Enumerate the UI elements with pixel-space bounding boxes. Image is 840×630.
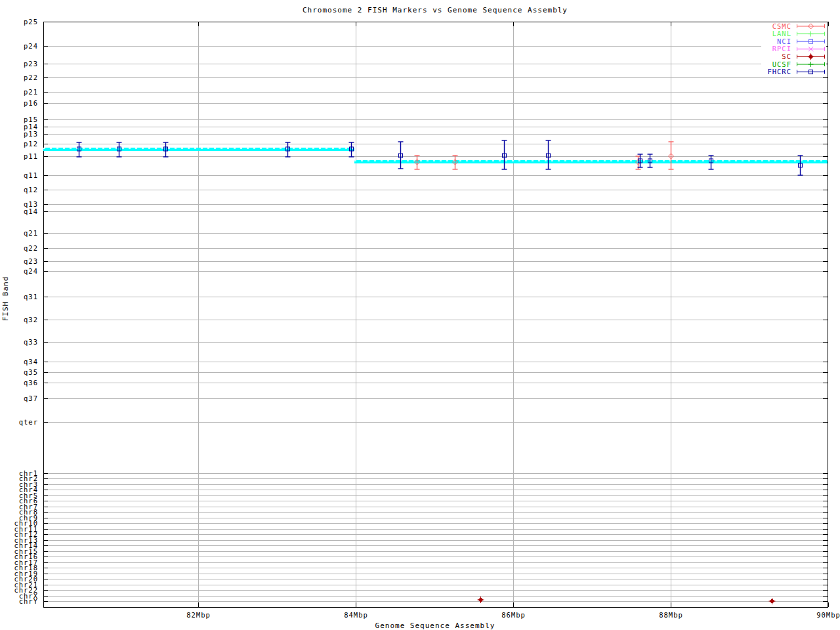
y-tick-label: q36 [24, 379, 38, 387]
y-tick-label: q33 [24, 338, 38, 346]
y-tick-label: p22 [24, 74, 38, 81]
y-tick-label: p24 [24, 42, 38, 50]
x-tick-label: 84Mbp [344, 611, 368, 619]
plot-border-and-ticks [43, 22, 829, 608]
chart: CSMCLANLNCIRPCISCUCSFFHCRC p25p24p23p22p… [0, 0, 840, 630]
legend-label: SC [782, 52, 791, 60]
y-tick-label: q12 [24, 186, 38, 194]
y-tick-label: q34 [24, 358, 38, 366]
x-tick-label: 90Mbp [816, 611, 840, 619]
y-tick-label: chrY [19, 597, 38, 605]
y-tick-label: q35 [24, 368, 38, 376]
y-tick-label: q21 [24, 229, 38, 237]
x-tick-label: 82Mbp [186, 611, 211, 619]
y-axis-title: FISH Band [1, 276, 10, 322]
plot-border [44, 22, 828, 608]
y-tick-label: q11 [24, 171, 38, 179]
x-tick-label: 88Mbp [659, 611, 683, 619]
y-tick-label: p25 [24, 18, 38, 26]
y-tick-label: p23 [24, 60, 38, 68]
legend-label: CSMC [772, 22, 791, 30]
legend-label: RPCI [772, 45, 791, 52]
x-axis-title: Genome Sequence Assembly [375, 621, 495, 630]
x-tick-label: 86Mbp [501, 611, 526, 619]
y-tick-label: p12 [24, 140, 38, 148]
y-tick-label: q37 [24, 394, 38, 402]
y-tick-label: q24 [24, 267, 38, 275]
legend: CSMCLANLNCIRPCISCUCSFFHCRC [761, 22, 826, 77]
legend-label: NCI [777, 37, 791, 45]
tick-labels: p25p24p23p22p21p16p15p14p13p12p11q11q12q… [14, 18, 840, 620]
chart-title: Chromosome 2 FISH Markers vs Genome Sequ… [303, 6, 568, 14]
y-tick-label: qter [19, 418, 38, 426]
y-tick-label: q32 [24, 316, 38, 324]
y-tick-label: q23 [24, 257, 38, 265]
y-tick-label: q14 [24, 207, 38, 215]
legend-label: UCSF [772, 60, 791, 68]
y-tick-label: q31 [24, 293, 38, 301]
legend-label: FHCRC [767, 68, 791, 75]
gridlines [43, 22, 828, 607]
y-tick-label: q22 [24, 244, 38, 252]
chart-canvas: CSMCLANLNCIRPCISCUCSFFHCRC p25p24p23p22p… [0, 0, 840, 630]
y-tick-label: p13 [24, 130, 38, 138]
y-tick-label: p21 [24, 88, 38, 96]
legend-label: LANL [772, 30, 791, 37]
y-tick-label: p16 [24, 99, 38, 107]
y-tick-label: p11 [24, 152, 38, 160]
